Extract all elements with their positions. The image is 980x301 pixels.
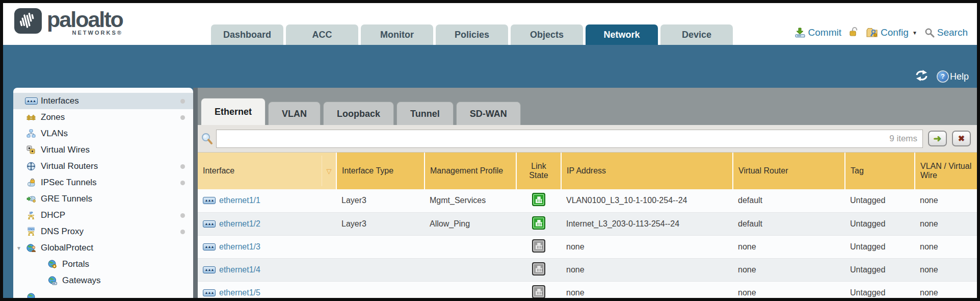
col-link-state[interactable]: Link State xyxy=(516,153,561,189)
col-virtual-router[interactable]: Virtual Router xyxy=(733,153,845,189)
interface-link[interactable]: ethernet1/4 xyxy=(219,265,260,274)
link-state-icon xyxy=(532,262,545,275)
virtual-wires-icon xyxy=(25,145,37,155)
ethernet-port-icon xyxy=(203,243,216,250)
tab-network[interactable]: Network xyxy=(586,24,658,45)
col-interface[interactable]: Interface xyxy=(198,153,336,189)
sidebar-item-dhcp[interactable]: IP DHCP xyxy=(13,207,193,223)
sidebar-item-label: Virtual Routers xyxy=(41,161,98,171)
link-state-icon xyxy=(532,285,545,298)
sidebar-item-label: Gateways xyxy=(62,275,101,286)
sidebar-item-virtual-routers[interactable]: Virtual Routers xyxy=(13,158,193,174)
interface-link[interactable]: ethernet1/1 xyxy=(219,196,260,205)
lock-button[interactable] xyxy=(849,27,859,39)
sidebar-item-dns-proxy[interactable]: DNS DNS Proxy xyxy=(13,223,193,240)
help-icon xyxy=(938,71,948,82)
table-row: ethernet1/2 Layer3 Allow_Ping Internet_L… xyxy=(198,212,977,235)
ethernet-port-icon xyxy=(203,289,216,296)
tab-dashboard[interactable]: Dashboard xyxy=(211,24,283,45)
gateways-icon xyxy=(47,276,58,285)
ethernet-port-icon xyxy=(203,197,216,204)
config-menu-button[interactable]: Config ▼ xyxy=(866,27,917,38)
help-button[interactable]: Help xyxy=(938,71,969,82)
sidebar-item-partial[interactable] xyxy=(13,289,193,298)
portals-icon xyxy=(47,260,58,269)
sidebar-item-zones[interactable]: Zones xyxy=(13,109,193,126)
interface-link[interactable]: ethernet1/2 xyxy=(219,219,260,229)
sidebar-item-label: IPSec Tunnels xyxy=(41,178,97,188)
col-tag[interactable]: Tag xyxy=(845,153,915,189)
commit-icon xyxy=(794,28,806,38)
sidebar-item-label: Interfaces xyxy=(41,96,79,106)
sidebar-item-ipsec-tunnels[interactable]: IPSec Tunnels xyxy=(13,174,193,191)
tab-objects[interactable]: Objects xyxy=(511,24,583,45)
col-ip-address[interactable]: IP Address xyxy=(561,153,733,189)
interfaces-icon xyxy=(25,97,37,105)
status-dot xyxy=(180,99,185,104)
filter-magnifier-icon xyxy=(201,132,213,145)
col-management-profile[interactable]: Management Profile xyxy=(425,153,516,189)
expand-arrow-icon[interactable] xyxy=(16,245,21,251)
tab-loopback[interactable]: Loopback xyxy=(323,102,394,125)
help-label: Help xyxy=(950,71,969,82)
sidebar-item-interfaces[interactable]: Interfaces xyxy=(13,93,193,109)
sidebar-item-vlans[interactable]: VLANs xyxy=(13,126,193,142)
gre-tunnels-icon xyxy=(25,194,37,204)
filter-input[interactable] xyxy=(222,134,889,143)
vlans-icon xyxy=(25,129,37,138)
config-icon xyxy=(866,28,878,38)
sort-menu-icon[interactable] xyxy=(322,156,336,186)
interface-link[interactable]: ethernet1/3 xyxy=(219,242,260,252)
tab-ethernet[interactable]: Ethernet xyxy=(201,98,266,125)
network-sidebar: Interfaces Zones xyxy=(13,88,193,298)
status-dot xyxy=(180,213,185,218)
lock-icon xyxy=(849,27,859,37)
chevron-down-icon: ▼ xyxy=(912,30,917,36)
sidebar-item-globalprotect[interactable]: GlobalProtect xyxy=(13,240,193,256)
svg-text:DNS: DNS xyxy=(28,228,34,231)
sidebar-item-label: DNS Proxy xyxy=(41,227,84,237)
tab-monitor[interactable]: Monitor xyxy=(361,24,433,45)
sidebar-splitter[interactable] xyxy=(193,88,198,298)
sidebar-item-label: GlobalProtect xyxy=(41,243,93,253)
sidebar-item-gateways[interactable]: Gateways xyxy=(13,272,193,289)
filter-input-box: 9 items xyxy=(216,130,923,148)
sidebar-item-label: GRE Tunnels xyxy=(41,194,92,204)
col-interface-type[interactable]: Interface Type xyxy=(336,153,425,189)
clear-filter-button[interactable]: ✖ xyxy=(952,131,971,146)
tab-acc[interactable]: ACC xyxy=(286,24,358,45)
interfaces-table: Interface Interface Type Management Prof… xyxy=(198,153,977,298)
table-row: ethernet1/1 Layer3 Mgmt_Services VLAN010… xyxy=(198,189,977,212)
header-actions: Commit Config ▼ xyxy=(794,27,968,39)
panos-web-ui: paloalto NETWORKS® Dashboard ACC Monitor… xyxy=(0,0,980,301)
sidebar-item-gre-tunnels[interactable]: GRE Tunnels xyxy=(13,191,193,207)
col-vlan-virtual-wire[interactable]: VLAN / Virtual Wire xyxy=(915,153,977,189)
sidebar-item-virtual-wires[interactable]: Virtual Wires xyxy=(13,142,193,158)
interface-link[interactable]: ethernet1/5 xyxy=(219,288,260,297)
ipsec-tunnels-icon xyxy=(25,178,37,187)
sidebar-item-label: Virtual Wires xyxy=(41,145,90,155)
link-state-icon xyxy=(532,216,545,230)
paloalto-logo: paloalto NETWORKS® xyxy=(14,8,123,36)
tab-device[interactable]: Device xyxy=(660,24,733,45)
config-label: Config xyxy=(881,27,909,38)
body: Interfaces Zones xyxy=(3,88,977,298)
search-icon xyxy=(924,28,935,38)
ethernet-port-icon xyxy=(203,266,216,273)
refresh-button[interactable] xyxy=(915,70,929,83)
sidebar-item-portals[interactable]: Portals xyxy=(13,256,193,272)
apply-filter-button[interactable]: ➜ xyxy=(928,131,947,146)
tab-tunnel[interactable]: Tunnel xyxy=(396,102,454,125)
main-content: Ethernet VLAN Loopback Tunnel SD-WAN 9 i… xyxy=(198,88,977,298)
tab-vlan[interactable]: VLAN xyxy=(268,102,321,125)
tab-policies[interactable]: Policies xyxy=(436,24,508,45)
interfaces-table-wrap: Interface Interface Type Management Prof… xyxy=(198,153,977,298)
search-button[interactable]: Search xyxy=(924,27,968,38)
tab-sdwan[interactable]: SD-WAN xyxy=(456,102,521,125)
sidebar-item-label: Zones xyxy=(41,112,65,122)
status-dot xyxy=(180,230,185,234)
table-row: ethernet1/5 none none Untagged none xyxy=(198,281,977,298)
commit-button[interactable]: Commit xyxy=(794,27,841,38)
paloalto-logo-icon xyxy=(14,8,42,34)
top-header: paloalto NETWORKS® Dashboard ACC Monitor… xyxy=(3,3,977,45)
